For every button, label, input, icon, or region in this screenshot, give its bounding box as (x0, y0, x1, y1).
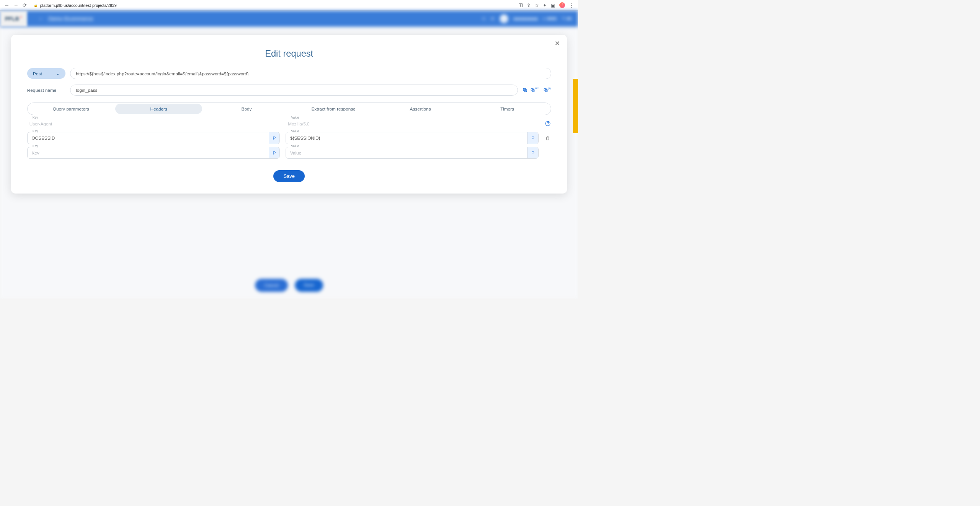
value-label: Value (290, 145, 301, 148)
header-row: Key P Value P (27, 132, 551, 144)
back-icon[interactable]: ← (5, 2, 10, 8)
headers-section: Key Value Key P (27, 118, 551, 159)
header-row: Key Value (27, 118, 551, 130)
window-icon[interactable]: ▣ (551, 3, 555, 8)
tab-assertions[interactable]: Assertions (377, 103, 464, 115)
key-icon[interactable]: ⚿ (518, 3, 523, 8)
bg-save-button: Save (295, 279, 323, 292)
param-button[interactable]: P (527, 147, 538, 159)
lock-icon: 🔒 (34, 3, 38, 7)
param-button[interactable]: P (269, 147, 279, 159)
nav-buttons: ← → ⟳ (5, 2, 27, 8)
http-method-select[interactable]: Post ⌄ (27, 68, 65, 79)
param-button[interactable]: P (269, 132, 279, 144)
url-text: platform.pflb.us/account/test-projects/2… (40, 3, 117, 8)
key-label: Key (31, 116, 39, 119)
save-button[interactable]: Save (273, 170, 304, 182)
svg-point-7 (547, 125, 548, 125)
url-bar[interactable]: 🔒 platform.pflb.us/account/test-projects… (31, 3, 514, 8)
request-name-input[interactable] (70, 85, 518, 96)
header-row: Key P Value P (27, 147, 551, 159)
copy-variable-button[interactable]: {$} (543, 88, 551, 93)
header-key-input-1[interactable] (28, 132, 269, 144)
close-icon[interactable]: ✕ (555, 40, 560, 47)
help-icon[interactable] (544, 118, 551, 129)
tab-headers[interactable]: Headers (115, 104, 202, 114)
value-label: Value (290, 130, 301, 133)
key-label: Key (31, 145, 39, 148)
tab-extract[interactable]: Extract from response (290, 103, 377, 115)
header-value-input-0 (286, 118, 538, 130)
method-value: Post (33, 71, 42, 76)
request-name-label: Request name (27, 88, 65, 93)
star-icon[interactable]: ☆ (535, 3, 539, 8)
browser-chrome: ← → ⟳ 🔒 platform.pflb.us/account/test-pr… (0, 0, 578, 11)
tab-query-parameters[interactable]: Query parameters (28, 103, 114, 115)
value-label: Value (290, 116, 301, 119)
logo: PFLB✦ (0, 11, 27, 26)
header-title: Demo Ecommerce (48, 16, 93, 22)
copy-path-button[interactable]: PATH (530, 88, 541, 93)
bg-cancel-button: Cancel (255, 279, 288, 292)
copy-button[interactable] (523, 88, 528, 93)
chrome-actions: ⚿ ⇪ ☆ ✦ ▣ i ⋮ (518, 2, 574, 8)
request-url-input[interactable] (70, 68, 551, 79)
reload-icon[interactable]: ⟳ (23, 2, 27, 8)
row-action-placeholder (544, 148, 551, 159)
header-value-input-2[interactable] (286, 147, 527, 159)
feedback-ribbon[interactable] (573, 79, 578, 133)
tab-timers[interactable]: Timers (464, 103, 551, 115)
chevron-down-icon: ⌄ (56, 71, 60, 76)
forward-icon: → (13, 2, 18, 8)
key-label: Key (31, 130, 39, 133)
delete-row-icon[interactable] (544, 133, 551, 144)
tab-body[interactable]: Body (203, 103, 290, 115)
header-key-input-0 (27, 118, 280, 130)
extensions-icon[interactable]: ✦ (543, 3, 547, 8)
share-icon[interactable]: ⇪ (527, 3, 531, 8)
header-key-input-2[interactable] (28, 147, 269, 159)
logo-text: PFLB (5, 16, 19, 22)
header-value-input-1[interactable] (286, 132, 527, 144)
edit-request-modal: ✕ Edit request Post ⌄ Request name PATH … (11, 35, 567, 193)
request-tabs: Query parameters Headers Body Extract fr… (27, 103, 551, 116)
more-icon[interactable]: ⋮ (569, 3, 574, 8)
profile-avatar[interactable]: i (559, 2, 565, 8)
modal-title: Edit request (27, 49, 551, 59)
app-header: ← Demo Ecommerce ⊙⊕ ● ■■■■■■■■■■ ▸ ■■■■ … (0, 11, 578, 26)
param-button[interactable]: P (527, 132, 538, 144)
